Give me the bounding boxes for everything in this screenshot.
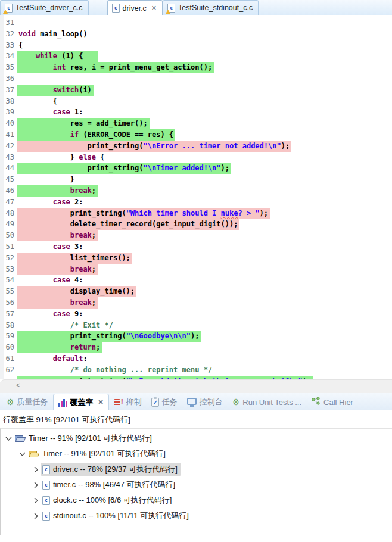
code-line[interactable]: 46 break;: [0, 185, 392, 197]
tree-item[interactable]: Timer -- 91% [92/101 可执行代码行]: [27, 447, 169, 460]
code-line[interactable]: 49 delete_timer_record(get_input_digit()…: [0, 219, 392, 230]
tree-row[interactable]: ctimer.c -- 98% [46/47 可执行代码行]: [1, 477, 392, 493]
chevron-right-icon[interactable]: [33, 513, 39, 519]
code-token: {: [96, 153, 104, 161]
code-line[interactable]: 51 case 3:: [0, 241, 392, 253]
code-line[interactable]: 54 case 4:: [0, 275, 392, 286]
code-editor[interactable]: 3132void main_loop()33{34 while (1) { 35…: [0, 15, 392, 379]
editor-tab[interactable]: cTestSuite_driver_c.c: [0, 0, 89, 15]
line-number: 46: [4, 185, 17, 197]
code-token: "\nError ... timer not added!\n": [144, 142, 281, 150]
code-line[interactable]: 50 break;: [0, 230, 392, 241]
line-number: 42: [4, 141, 17, 152]
code-line[interactable]: 61 default:: [0, 353, 392, 365]
line-number: 55: [4, 286, 17, 297]
tree-row[interactable]: cdriver.c -- 78% [29/37 可执行代码行]: [1, 462, 392, 477]
code-line[interactable]: 42 print_string("\nError ... timer not a…: [0, 141, 392, 152]
code-line[interactable]: 39 case 1:: [0, 107, 392, 118]
code-token: print_string(: [18, 332, 126, 340]
code-line[interactable]: 43 } else {: [0, 152, 392, 163]
code-line-text: break;: [17, 230, 98, 241]
editor-tab[interactable]: cdriver.c✕: [107, 0, 163, 15]
c-file-icon: c: [42, 512, 50, 521]
tree-item[interactable]: Timer -- 91% [92/101 可执行代码行]: [14, 432, 155, 445]
code-token: 3:: [70, 242, 83, 251]
code-line-text: {: [17, 96, 59, 107]
code-line-text: case 4:: [17, 275, 85, 286]
panel-tab[interactable]: 控制台: [182, 394, 228, 410]
code-line[interactable]: 53 break;: [0, 264, 392, 275]
tree-row[interactable]: Timer -- 91% [92/101 可执行代码行]: [1, 431, 392, 446]
tree-item[interactable]: cstdinout.c -- 100% [11/11 可执行代码行]: [41, 509, 192, 522]
panel-tab[interactable]: 任务: [147, 394, 182, 410]
scroll-left-icon[interactable]: <: [16, 381, 20, 390]
editor-tab[interactable]: cTestSuite_stdinout_c.c: [163, 0, 259, 15]
code-line[interactable]: 56 break;: [0, 297, 392, 309]
code-line[interactable]: 55 display_time();: [0, 286, 392, 297]
code-token: [18, 242, 53, 251]
code-line[interactable]: 45 }: [0, 174, 392, 185]
panel-tab[interactable]: ⚙Run Unit Tests ...: [228, 394, 306, 410]
code-line[interactable]: 57 case 9:: [0, 309, 392, 320]
code-line[interactable]: 44 print_string("\nTimer added!\n");: [0, 163, 392, 174]
chevron-right-icon[interactable]: [33, 466, 39, 473]
code-line-text: print_string("Which timer should I nuke?…: [17, 208, 270, 219]
code-line-text: case 1:: [17, 107, 85, 118]
tree-item[interactable]: cdriver.c -- 78% [29/37 可执行代码行]: [41, 463, 181, 476]
panel-tab[interactable]: !抑制: [109, 394, 147, 410]
line-number: 32: [4, 29, 17, 40]
warning-icon: [3, 10, 8, 14]
code-line[interactable]: 47 case 2:: [0, 197, 392, 208]
bar: [66, 401, 67, 407]
code-line[interactable]: 41 if (ERROR_CODE == res) {: [0, 129, 392, 141]
code-line[interactable]: 59 print_string("\nGoodbye\n\n");: [0, 331, 392, 342]
code-line-text: /* Exit */: [17, 320, 115, 331]
close-icon[interactable]: ✕: [98, 399, 104, 406]
code-line[interactable]: 35 int res, i = print_menu_get_action();: [0, 62, 392, 73]
line-number: 48: [4, 208, 17, 219]
chevron-right-icon[interactable]: [33, 482, 39, 488]
code-token: ;: [92, 298, 96, 307]
code-line[interactable]: 34 while (1) {: [0, 51, 392, 62]
code-line[interactable]: 33{: [0, 40, 392, 51]
code-line-text: } else {: [17, 152, 107, 163]
code-line[interactable]: 37 switch(i): [0, 85, 392, 96]
code-line-text: {: [17, 40, 24, 51]
panel-tab-label: 任务: [162, 397, 178, 407]
code-token: "Which timer should I: [126, 209, 221, 217]
line-number: 53: [4, 264, 17, 275]
panel-tab[interactable]: 覆盖率✕: [53, 394, 109, 410]
horizontal-scrollbar[interactable]: <: [0, 379, 392, 393]
code-line[interactable]: 60 return;: [0, 342, 392, 353]
tree-item[interactable]: cclock.c -- 100% [6/6 可执行代码行]: [41, 494, 175, 507]
tree-row[interactable]: Timer -- 91% [92/101 可执行代码行]: [1, 446, 392, 462]
code-line[interactable]: 58 /* Exit */: [0, 320, 392, 331]
bar: [61, 401, 63, 407]
chevron-down-icon[interactable]: [19, 451, 26, 457]
code-line[interactable]: 48 print_string("Which timer should I nu…: [0, 208, 392, 219]
panel-tab[interactable]: ⚙质量任务: [2, 394, 53, 410]
code-line[interactable]: 32void main_loop(): [0, 29, 392, 40]
folder-yellow-icon: [29, 450, 39, 458]
tree-row[interactable]: cclock.c -- 100% [6/6 可执行代码行]: [1, 493, 392, 508]
code-line[interactable]: 62 /* do nothing ... reprint menu */: [0, 365, 392, 376]
chevron-right-icon[interactable]: [33, 497, 39, 504]
close-icon[interactable]: ✕: [151, 5, 157, 11]
tree-item[interactable]: ctimer.c -- 98% [46/47 可执行代码行]: [41, 478, 178, 491]
code-token: print_string(: [18, 164, 144, 172]
code-line[interactable]: 52 list_timers();: [0, 253, 392, 264]
code-line[interactable]: 40 res = add_timer();: [0, 118, 392, 129]
code-line[interactable]: 36: [0, 73, 392, 85]
code-line-text: list_timers();: [17, 253, 132, 264]
code-token: return: [70, 343, 96, 351]
panel-tab[interactable]: Call Hier: [306, 394, 358, 410]
chevron-down-icon[interactable]: [5, 435, 12, 442]
tree-row[interactable]: cstdinout.c -- 100% [11/11 可执行代码行]: [1, 508, 392, 524]
code-line[interactable]: 38 {: [0, 96, 392, 107]
c-file-icon: c: [42, 496, 50, 505]
code-line[interactable]: 31: [0, 17, 392, 29]
code-token: break: [70, 298, 92, 307]
code-line-text: while (1) {: [17, 51, 98, 62]
panel-tab-label: Call Hier: [323, 398, 353, 407]
code-token: [18, 298, 70, 307]
